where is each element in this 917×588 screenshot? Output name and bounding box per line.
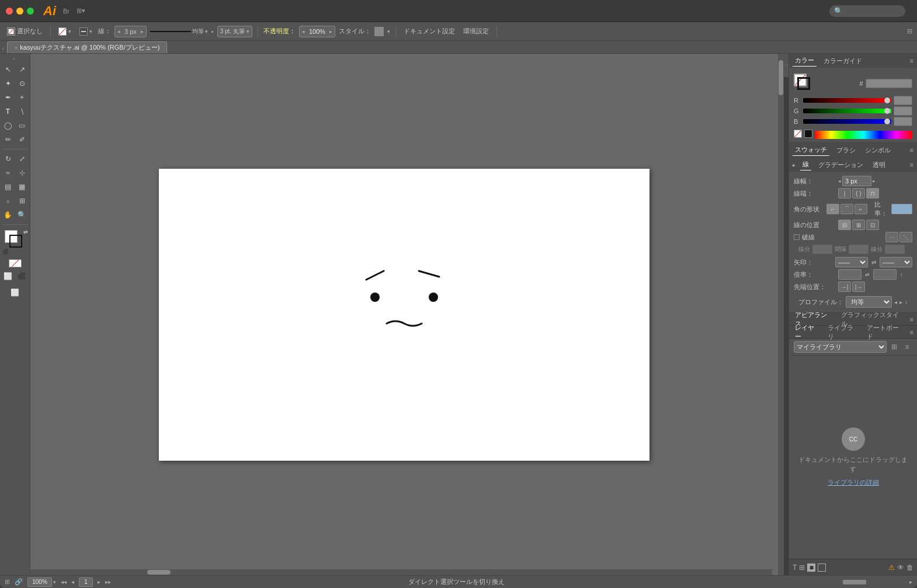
stroke-panel-collapse[interactable]: ▸ [793,162,796,168]
bottom-trash-icon[interactable]: 🗑 [906,563,913,572]
scale-input-1[interactable]: 100% [838,269,862,280]
swap-fill-stroke[interactable]: ⇄ [23,229,28,235]
status-icon-2[interactable]: 🔗 [15,578,23,586]
v-scrollbar-thumb[interactable] [779,60,783,95]
stroke-width-right[interactable]: ▸ [873,178,876,184]
bevel-join-btn[interactable]: ⌐ [855,204,867,214]
stroke-color-btn[interactable]: ▾ [56,26,74,37]
selection-tool[interactable]: ↖ [2,63,15,76]
status-icon-1[interactable]: ⊞ [5,578,10,586]
h-scrollbar[interactable] [30,569,772,575]
v-scrollbar[interactable] [778,54,784,575]
gap-input-1[interactable] [849,245,869,254]
minimize-button[interactable] [16,8,23,15]
r-slider-thumb[interactable] [884,98,890,103]
black-color-icon[interactable] [804,130,812,138]
normal-screen-btn[interactable]: ⬜ [2,270,15,283]
swatches-panel-menu[interactable]: ≡ [910,147,913,154]
outside-align-btn[interactable]: ⊡ [866,220,879,230]
scale-tool[interactable]: ⤢ [16,152,29,165]
bar-chart-tool[interactable]: ▦ [16,180,29,193]
bottom-icon-1[interactable]: T [793,563,797,572]
zoom-dropdown[interactable]: ▾ [53,579,56,585]
b-slider-thumb[interactable] [884,119,890,124]
scroll-indicator-thumb[interactable] [843,580,866,584]
library-grid-view[interactable]: ⊞ [889,342,899,352]
hand-tool[interactable]: ✋ [2,208,15,221]
chart-tool[interactable]: ▤ [2,180,15,193]
tip-inside-btn[interactable]: →| [838,281,851,292]
style-dropdown[interactable]: ▾ [387,29,390,34]
status-nav-next[interactable]: ▸▸ [105,579,111,585]
stroke-width-control[interactable]: ◂ 3 px ▸ [114,26,147,37]
profile-flip[interactable]: ↕ [905,299,908,305]
b-slider[interactable] [803,119,891,124]
opacity-control[interactable]: ◂ 100% ▸ [299,26,335,37]
status-nav-forward[interactable]: ▸ [98,579,100,585]
scale-input-2[interactable]: 165% [873,269,897,280]
g-value[interactable] [894,106,912,116]
library-details-link[interactable]: ライブラリの詳細 [828,478,879,487]
workspace-switcher[interactable]: ⊞▾ [77,7,85,15]
maximize-button[interactable] [27,8,34,15]
tab-symbols[interactable]: シンボル [863,145,893,156]
puppet-tool[interactable]: ⊹ [16,166,29,179]
dash-style-btn-1[interactable]: ⋯ [885,232,898,242]
status-nav-back[interactable]: ◂ [71,579,74,585]
layer-panel-menu[interactable]: ≡ [910,329,913,336]
rect-tool[interactable]: ▭ [16,119,29,132]
dash-input-1[interactable] [812,245,832,254]
paintbrush-tool[interactable]: ✏ [2,133,15,146]
b-value[interactable] [894,117,912,126]
tab-swatches[interactable]: スウォッチ [793,144,829,156]
none-color-icon[interactable] [794,130,802,138]
round-join-btn[interactable]: ⌒ [840,204,853,214]
status-nav-2[interactable]: ▸ [909,579,912,585]
pencil-tool[interactable]: ✐ [16,133,29,146]
lasso-tool[interactable]: ⊙ [16,77,29,90]
arrow-end-select[interactable]: —— [880,257,912,267]
g-slider-thumb[interactable] [884,108,890,114]
color-spectrum[interactable] [815,131,912,139]
inside-align-btn[interactable]: ⊞ [852,220,865,230]
tab-scroll-left[interactable]: ‹ [2,44,7,53]
bottom-fill-icon[interactable]: ■ [807,563,815,572]
change-screen-mode[interactable]: ⬜ [9,286,22,299]
line-tool[interactable]: ∖ [16,105,29,118]
close-button[interactable] [6,8,13,15]
tab-transparency[interactable]: 透明 [870,159,888,171]
gradient-tool[interactable]: ⬦ [2,194,15,207]
g-slider[interactable] [803,109,891,113]
stroke-panel-menu[interactable]: ≡ [910,161,913,168]
direct-selection-tool[interactable]: ↗ [16,63,29,76]
scroll-indicator-h[interactable] [802,580,907,584]
arrow-swap[interactable]: ⇄ [871,259,876,266]
search-box[interactable]: 🔍 [829,5,905,17]
mesh-tool[interactable]: ⊞ [16,194,29,207]
doc-settings-btn[interactable]: ドキュメント設定 [401,26,457,37]
bottom-icon-2[interactable]: ⊞ [799,563,805,572]
stroke-width-left[interactable]: ◂ [838,178,841,184]
full-screen-btn[interactable]: ⬛ [16,270,29,283]
fs-icon[interactable] [794,74,814,93]
profile-select[interactable]: 均等 [846,296,892,308]
tab-color-guide[interactable]: カラーガイド [821,55,864,67]
dash-style-btn-2[interactable]: ⋱ [899,232,912,242]
appearance-panel-menu[interactable]: ≡ [910,316,913,323]
zoom-tool[interactable]: 🔍 [16,208,29,221]
status-nav-prev[interactable]: ◂◂ [61,579,67,585]
bridge-button[interactable]: Br [63,8,70,15]
profile-prev[interactable]: ◂ [894,299,897,305]
type-tool[interactable]: T [2,105,15,118]
stroke-swatch[interactable] [9,235,22,248]
hex-input[interactable] [866,79,912,88]
butt-cap-btn[interactable]: | [838,188,851,199]
square-cap-btn[interactable]: ⊓ [866,188,879,199]
stroke-width-input[interactable] [842,176,871,186]
default-colors[interactable]: ⬛ [2,249,9,255]
round-cap-btn[interactable]: ( ) [852,188,865,199]
style-swatch[interactable] [374,27,384,36]
page-input[interactable]: 1 [79,577,93,587]
screen-mode-btn[interactable]: ⬜ [9,286,22,299]
warp-tool[interactable]: ≈ [2,166,15,179]
